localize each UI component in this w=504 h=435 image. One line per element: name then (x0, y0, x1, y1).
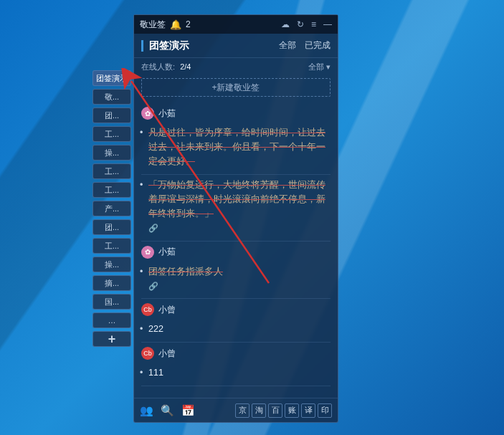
sidebar-tab[interactable]: 国... (92, 294, 131, 310)
note-item[interactable]: 「万物始复运行，大地终将芳醒，世间流传着厚谊与深情，时光滚滚向前绝不停息，新年终… (141, 175, 331, 242)
main-panel: 敬业签 🔔 2 ☁ ↻ ≡ — 团签演示 全部 已完成 在线人数: 2/4 全部… (133, 14, 338, 423)
panel-title: 团签演示 (149, 39, 279, 52)
titlebar: 敬业签 🔔 2 ☁ ↻ ≡ — (134, 15, 338, 34)
link-icon: 🔗 (141, 280, 331, 293)
bottombar: 👥 🔍 📅 京 淘 百 账 译 印 (134, 398, 338, 422)
refresh-icon[interactable]: ↻ (297, 19, 304, 29)
sidebar-tab[interactable]: 产... (92, 201, 131, 216)
notification-count: 2 (186, 19, 191, 29)
new-note-button[interactable]: +新建敬业签 (141, 78, 331, 97)
minimize-icon[interactable]: — (323, 19, 332, 29)
app-name: 敬业签 (140, 19, 166, 31)
quick-btn-baidu[interactable]: 百 (268, 403, 282, 418)
note-item[interactable]: 222 (141, 319, 331, 343)
sidebar-tab[interactable]: 敬... (92, 89, 131, 105)
members-icon[interactable]: 👥 (140, 404, 153, 417)
sidebar-tab[interactable]: 工... (92, 126, 131, 142)
subheader: 在线人数: 2/4 全部 ▾ (134, 58, 338, 75)
notes-list: ✿ 小茹 凡是过往，皆为序章，给时间时间，让过去过去，让未来到来。你且看，下一个… (134, 102, 338, 398)
note-text: 111 (141, 365, 331, 380)
note-item[interactable]: 凡是过往，皆为序章，给时间时间，让过去过去，让未来到来。你且看，下一个十年一定会… (141, 123, 331, 175)
user-name: 小茹 (158, 246, 176, 258)
note-item[interactable]: 团签任务指派多人 🔗 (141, 262, 331, 300)
sidebar-tab[interactable]: 工... (92, 182, 131, 198)
user-name: 小曾 (158, 348, 176, 360)
note-text: 222 (141, 322, 331, 336)
calendar-icon[interactable]: 📅 (181, 404, 195, 417)
user-row: ✿ 小茹 (141, 102, 331, 123)
sidebar-tab[interactable]: 操... (92, 257, 131, 272)
user-row: ✿ 小茹 (141, 242, 331, 262)
avatar: Cb (141, 347, 154, 360)
user-row: Cb 小曾 (141, 299, 331, 319)
link-icon: 🔗 (141, 222, 331, 235)
filter-all[interactable]: 全部 (279, 39, 296, 52)
panel-header: 团签演示 全部 已完成 (134, 34, 338, 58)
sidebar-add-button[interactable]: + (92, 331, 131, 347)
sidebar-tab[interactable]: 团... (92, 107, 131, 123)
sidebar-tab[interactable]: 工... (92, 163, 131, 179)
filter-done[interactable]: 已完成 (305, 39, 331, 52)
sidebar-tab[interactable]: 团... (92, 219, 131, 235)
online-label: 在线人数: (141, 62, 175, 71)
header-marker (141, 40, 143, 52)
subheader-dropdown[interactable]: 全部 ▾ (308, 62, 331, 72)
note-text: 凡是过往，皆为序章，给时间时间，让过去过去，让未来到来。你且看，下一个十年一定会… (141, 125, 331, 168)
note-text: 团签任务指派多人 (141, 264, 331, 279)
sidebar-tab[interactable]: 操... (92, 145, 131, 161)
note-item[interactable]: 111 (141, 363, 331, 386)
user-name: 小茹 (158, 107, 176, 120)
avatar: ✿ (141, 107, 154, 120)
user-name: 小曾 (158, 304, 176, 316)
quick-btn-taobao[interactable]: 淘 (252, 403, 266, 418)
sidebar-tab-active[interactable]: 团签演示 (92, 70, 131, 86)
user-row: Cb 小曾 (141, 343, 331, 363)
avatar: ✿ (141, 246, 154, 259)
quick-btn-translate[interactable]: 译 (301, 403, 315, 418)
sidebar-tab-more[interactable]: … (92, 312, 131, 328)
sidebar-tab[interactable]: 工... (92, 238, 131, 254)
bell-icon[interactable]: 🔔 (170, 19, 181, 30)
quick-btn-print[interactable]: 印 (318, 403, 332, 418)
quick-btn-account[interactable]: 账 (285, 403, 299, 418)
menu-icon[interactable]: ≡ (311, 19, 316, 29)
search-icon[interactable]: 🔍 (161, 404, 174, 417)
quick-btn-jd[interactable]: 京 (235, 403, 249, 418)
note-text: 「万物始复运行，大地终将芳醒，世间流传着厚谊与深情，时光滚滚向前绝不停息，新年终… (141, 178, 331, 221)
cloud-icon[interactable]: ☁ (281, 19, 290, 29)
sidebar-tabs: 团签演示 敬... 团... 工... 操... 工... 工... 产... … (92, 70, 131, 347)
online-count: 2/4 (180, 62, 191, 71)
avatar: Cb (141, 303, 154, 316)
sidebar-tab[interactable]: 摘... (92, 275, 131, 291)
